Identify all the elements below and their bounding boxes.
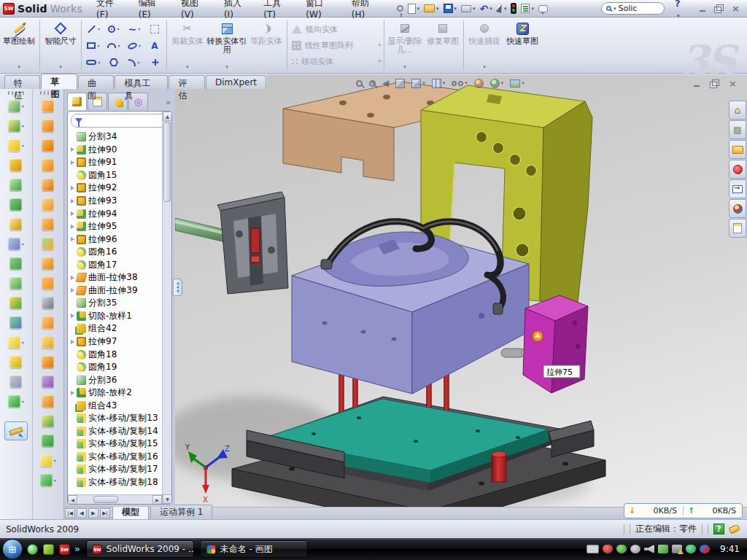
new-file-button[interactable]: ▾ (407, 1, 421, 16)
chevron-down-icon[interactable]: ▾ (465, 80, 468, 86)
surface-sweep-button[interactable] (42, 136, 54, 155)
surface-revolve-button[interactable] (42, 116, 54, 136)
line-tool[interactable]: ▾ (83, 20, 104, 37)
chevron-down-icon[interactable]: ▾ (22, 143, 24, 148)
spline-tool[interactable]: ∼▾ (124, 20, 144, 37)
tab-曲面[interactable]: 曲面 (78, 75, 114, 89)
menu-item[interactable]: 编辑(E) (132, 0, 174, 22)
scrollbar-thumb[interactable] (163, 122, 171, 202)
open-button[interactable]: ▾ (423, 1, 440, 16)
thicken-button[interactable] (42, 431, 54, 451)
zoom-fit-button[interactable] (356, 80, 363, 87)
tree-item[interactable]: 分割35 (69, 297, 162, 310)
menu-item[interactable]: 工具(T) (257, 0, 299, 22)
select-box-tool[interactable] (144, 20, 165, 37)
chevron-down-icon[interactable]: ▾ (97, 43, 99, 48)
tree-item[interactable]: 拉伸91 (69, 156, 162, 169)
custom-properties-button[interactable] (729, 219, 746, 238)
panel-splitter-handle[interactable] (173, 279, 182, 296)
tree-vertical-scrollbar[interactable]: ▲ ▼ (162, 112, 171, 504)
hole-wizard-button[interactable] (9, 214, 22, 234)
expand-arrow-icon[interactable] (71, 391, 74, 395)
curve-button[interactable] (9, 372, 22, 392)
certificate-icon[interactable] (630, 545, 640, 553)
filled-surface-button[interactable] (42, 195, 54, 214)
assistant-button[interactable] (538, 1, 549, 16)
chevron-down-icon[interactable]: ▾ (54, 458, 56, 463)
spiral-button[interactable]: ▾ (40, 470, 56, 490)
doc-nav-button-0[interactable]: |◀ (65, 508, 75, 518)
print-button[interactable]: ▾ (460, 1, 476, 16)
tree-item[interactable]: 拉伸94 (69, 207, 162, 220)
chevron-down-icon[interactable]: ▾ (117, 43, 120, 48)
interference-button[interactable] (510, 1, 517, 16)
move-entities-button[interactable]: ∷移动实体▾ (292, 54, 382, 69)
close-button[interactable]: × (730, 4, 741, 13)
mirror-entities-button[interactable]: 镜向实体 (292, 22, 382, 36)
chevron-down-icon[interactable]: ▾ (522, 80, 525, 86)
expand-arrow-icon[interactable] (71, 237, 74, 241)
tab-模型[interactable]: 模型 (112, 505, 149, 519)
tree-item[interactable]: 实体-移动/复制14 (69, 425, 162, 438)
solidworks-launcher-icon[interactable]: SW (59, 544, 70, 555)
tree-item[interactable]: 圆角19 (69, 361, 162, 374)
smart-dimension-button[interactable]: 智能尺寸▾ (42, 18, 80, 73)
menu-item[interactable]: 窗口(W) (299, 0, 345, 22)
linear-pattern-button[interactable]: ▾ (8, 234, 24, 254)
quick-launch-chevron-icon[interactable]: » (74, 544, 80, 554)
tree-item[interactable]: 曲面-拉伸38 (69, 271, 162, 284)
minimize-button[interactable] (697, 4, 708, 13)
replace-face-button[interactable] (42, 313, 54, 332)
tree-item[interactable]: 实体-移动/复制16 (69, 451, 162, 464)
offset-entities-button[interactable]: 等距实体 (247, 18, 285, 73)
security-suite-icon[interactable] (43, 544, 54, 555)
tab-模具工具[interactable]: 模具工具 (115, 75, 168, 89)
chevron-down-icon[interactable]: ▾ (473, 6, 476, 12)
combine-button[interactable] (9, 254, 22, 273)
linear-pattern-button[interactable]: 线性草图阵列▾ (292, 38, 382, 52)
undo-button[interactable]: ↶▾ (479, 1, 493, 16)
chevron-down-icon[interactable]: ▾ (22, 241, 24, 246)
tree-item[interactable]: 实体-移动/复制15 (69, 438, 162, 451)
model-part-gray-insert[interactable] (217, 192, 288, 294)
messenger-icon[interactable] (27, 544, 38, 555)
tree-horizontal-scrollbar[interactable]: ◀ ▶ (68, 494, 162, 504)
sync-icon[interactable] (700, 545, 710, 553)
display-style-button[interactable]: ▾ (432, 79, 446, 88)
model-part-red-cylinder[interactable] (492, 451, 506, 482)
tree-item[interactable]: 圆角15 (69, 169, 162, 182)
previous-view-button[interactable]: ◀ (382, 78, 389, 88)
tree-item[interactable]: 组合42 (69, 322, 162, 335)
tree-item[interactable]: 拉伸90 (69, 144, 162, 157)
offset-surface-button[interactable] (42, 234, 54, 254)
taskbar-window-solidworks[interactable]: SWSolidWorks 2009 - ... (86, 540, 194, 558)
chevron-down-icon[interactable]: ▾ (54, 478, 56, 483)
circle-tool[interactable]: ▾ (104, 20, 124, 37)
panel-overflow-icon[interactable]: » (166, 98, 174, 110)
tree-item[interactable]: 分割34 (69, 131, 162, 144)
save-button[interactable]: ▾ (443, 1, 458, 16)
tag-icon[interactable] (729, 524, 740, 534)
tab-草图[interactable]: 草图 (41, 74, 77, 89)
rapid-sketch-button[interactable]: Z 快速草图 (503, 18, 541, 73)
planar-surface-button[interactable] (42, 214, 54, 234)
graphics-area[interactable]: 拉伸75 X Y Z ◀▾▾▾▾▾ × (175, 75, 747, 507)
expand-arrow-icon[interactable] (71, 225, 74, 229)
ellipse-tool[interactable]: ▾ (124, 37, 144, 54)
swept-boss-button[interactable] (9, 155, 22, 175)
expand-arrow-icon[interactable] (71, 276, 74, 280)
revolved-cut-button[interactable] (9, 195, 22, 214)
expand-arrow-icon[interactable] (71, 288, 74, 292)
freeform-button[interactable] (42, 273, 54, 293)
scroll-left-icon[interactable]: ◀ (68, 495, 77, 505)
scrollbar-thumb[interactable] (93, 496, 118, 503)
repair-sketch-button[interactable]: 修复草图 (424, 18, 462, 73)
tree-item[interactable]: 圆角16 (69, 246, 162, 259)
search-input[interactable]: ▾ Solic (601, 2, 665, 15)
chevron-down-icon[interactable]: ▾ (98, 26, 100, 31)
chevron-down-icon[interactable]: ▾ (139, 43, 141, 48)
measure-button[interactable] (4, 421, 28, 440)
helix-button[interactable]: ▾ (8, 392, 24, 411)
extend-surface-button[interactable] (42, 352, 54, 372)
chevron-down-icon[interactable]: ▾ (436, 6, 439, 12)
